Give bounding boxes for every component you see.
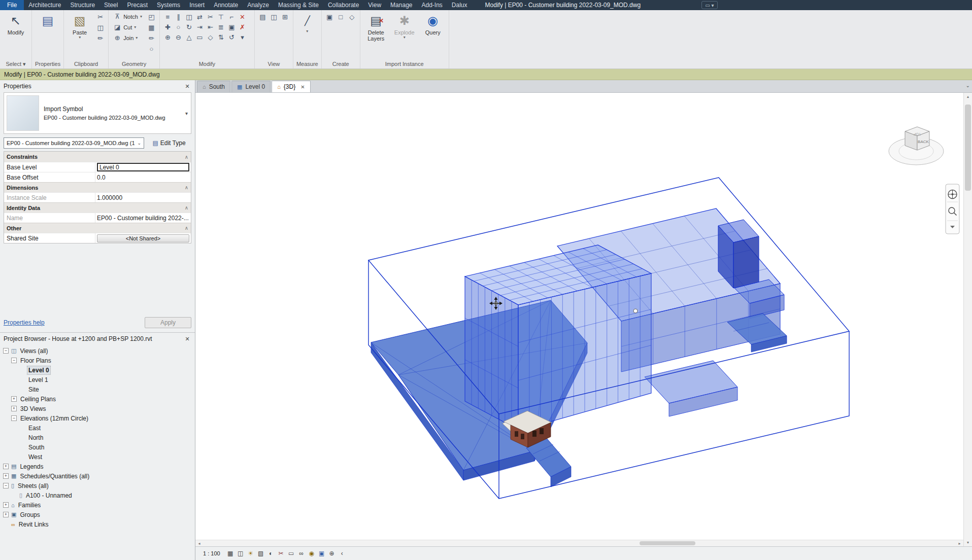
crop-region-control-icon[interactable]: ✂ — [277, 549, 286, 558]
more-modify-tools-icon[interactable]: ▾ — [237, 32, 248, 42]
query-button[interactable]: ◉ Query — [420, 12, 446, 36]
tile-views-icon[interactable]: ⊞ — [280, 12, 290, 22]
paint-icon[interactable]: ✏ — [146, 33, 157, 43]
beam-coping-icon[interactable]: ▦ — [146, 22, 157, 32]
menu-tab-manage[interactable]: Manage — [386, 0, 417, 10]
tree-item-legends[interactable]: +▤Legends — [0, 462, 195, 471]
walkway[interactable] — [526, 438, 571, 487]
close-icon[interactable]: ✕ — [183, 83, 191, 90]
collapse-icon[interactable]: ∧ — [185, 205, 188, 211]
delete-icon[interactable]: ✕ — [237, 12, 248, 22]
tree-item-views-all[interactable]: −◫Views (all) — [0, 346, 195, 356]
collapse-icon[interactable]: ∧ — [185, 225, 188, 231]
tree-item-schedules-quantities-all[interactable]: +▦Schedules/Quantities (all) — [0, 471, 195, 481]
expander-icon[interactable]: − — [3, 348, 9, 354]
menu-tab-systems[interactable]: Systems — [152, 0, 185, 10]
tree-item-3d-views[interactable]: +3D Views — [0, 404, 195, 413]
property-group-dimensions[interactable]: Dimensions∧ — [4, 182, 191, 192]
detail-level-control-icon[interactable]: ▦ — [226, 549, 235, 558]
scroll-right-icon[interactable]: ▸ — [956, 541, 963, 546]
tree-item-floor-plans[interactable]: −Floor Plans — [0, 356, 195, 365]
close-tab-icon[interactable]: ✕ — [300, 84, 305, 90]
thin-lines-icon[interactable]: ▤ — [257, 12, 268, 22]
viewcube[interactable]: TOP BACK — [889, 127, 944, 165]
tree-item-west[interactable]: West — [0, 452, 195, 462]
array-icon[interactable]: ≣ — [216, 22, 226, 32]
menu-tab-steel[interactable]: Steel — [99, 0, 122, 10]
expander-icon[interactable]: − — [11, 358, 17, 363]
align-icon[interactable]: ≡ — [162, 12, 173, 22]
swap-icon[interactable]: ⇅ — [216, 32, 226, 42]
hscroll-thumb[interactable] — [640, 541, 695, 545]
property-value[interactable]: 1.000000 — [95, 193, 191, 202]
panel-label-properties[interactable]: Properties — [32, 59, 63, 68]
tree-item-level-0[interactable]: Level 0 — [0, 365, 195, 375]
drag-point[interactable] — [633, 309, 638, 313]
temporary-hide-control-icon[interactable]: ∞ — [297, 549, 306, 558]
view-tab-level-0[interactable]: ▦Level 0 — [231, 81, 271, 92]
tree-item-sheets-all[interactable]: −▯Sheets (all) — [0, 481, 195, 491]
copy-to-clipboard-icon[interactable]: ◫ — [95, 22, 106, 32]
rendering-control-icon[interactable]: ◐ — [266, 549, 276, 558]
tree-item-groups[interactable]: +▣Groups — [0, 510, 195, 519]
rotate-alt-icon[interactable]: ◇ — [205, 32, 216, 42]
menu-tab-analyze[interactable]: Analyze — [243, 0, 274, 10]
scale-icon[interactable]: ▣ — [226, 22, 237, 32]
match-type-properties-icon[interactable]: ✏ — [95, 33, 106, 43]
tree-item-revit-links[interactable]: ∞Revit Links — [0, 519, 195, 529]
type-selector[interactable]: EP00 - Customer building 2022-03-09_MOD.… — [4, 137, 144, 149]
view-scale-control[interactable]: 1 : 100 — [199, 549, 224, 558]
scroll-down-icon[interactable]: ▾ — [967, 539, 969, 546]
edit-type-button[interactable]: ▤ Edit Type — [147, 137, 191, 149]
menu-tab-add-ins[interactable]: Add-Ins — [417, 0, 447, 10]
vertical-scrollbar[interactable]: ▴ ▾ — [963, 93, 972, 546]
view-tab-south[interactable]: ⌂South — [197, 81, 230, 92]
scale-graphical-icon[interactable]: △ — [184, 32, 194, 42]
tree-item-ceiling-plans[interactable]: +Ceiling Plans — [0, 394, 195, 404]
visual-style-control-icon[interactable]: ◫ — [236, 549, 245, 558]
type-preview-box[interactable]: Import Symbol EP00 - Customer building 2… — [4, 92, 191, 134]
move-icon[interactable]: ✚ — [162, 22, 173, 32]
properties-help-link[interactable]: Properties help — [4, 319, 45, 326]
property-value[interactable]: EP00 - Customer building 2022-... — [95, 213, 191, 223]
cut-geometry-button[interactable]: ◪Cut▾ — [111, 22, 144, 32]
tree-item-a100-unnamed[interactable]: ▯A100 - Unnamed — [0, 491, 195, 500]
model-canvas[interactable]: TOP BACK — [195, 93, 963, 546]
delete-alt-icon[interactable]: ✗ — [237, 22, 248, 32]
menu-tab-massing-site[interactable]: Massing & Site — [274, 0, 323, 10]
demolish-icon[interactable]: ○ — [146, 44, 157, 54]
tree-item-level-1[interactable]: Level 1 — [0, 375, 195, 384]
tree-item-east[interactable]: East — [0, 423, 195, 433]
reveal-hidden-control-icon[interactable]: ◉ — [307, 549, 316, 558]
collapse-icon[interactable]: ∧ — [185, 185, 188, 190]
tree-item-south[interactable]: South — [0, 442, 195, 452]
menu-tab-insert[interactable]: Insert — [185, 0, 209, 10]
panel-label-select[interactable]: Select ▾ — [0, 59, 31, 68]
cut-to-clipboard-icon[interactable]: ✂ — [95, 12, 106, 22]
split-with-gap-icon[interactable]: ⊤ — [216, 12, 226, 22]
shared-site-button[interactable]: <Not Shared> — [97, 234, 189, 242]
mid-block[interactable] — [645, 361, 738, 416]
menu-tab-dalux[interactable]: Dalux — [447, 0, 472, 10]
show-crop-control-icon[interactable]: ▭ — [287, 549, 296, 558]
expander-icon[interactable]: + — [11, 396, 17, 402]
expander-icon[interactable]: − — [11, 415, 17, 421]
unpin-icon[interactable]: ⊖ — [173, 32, 184, 42]
analytical-model-control-icon[interactable]: ▣ — [317, 549, 326, 558]
close-inactive-views-icon[interactable]: ◫ — [269, 12, 279, 22]
join-geometry-button[interactable]: ⊕Join▾ — [111, 33, 144, 43]
property-group-other[interactable]: Other∧ — [4, 223, 191, 233]
split-element-icon[interactable]: ✂ — [205, 12, 216, 22]
create-similar-icon[interactable]: ▣ — [324, 12, 335, 22]
property-value[interactable]: <Not Shared> — [95, 233, 191, 243]
tree-item-north[interactable]: North — [0, 433, 195, 442]
property-group-constraints[interactable]: Constraints∧ — [4, 152, 191, 162]
tab-overflow-icon[interactable]: ⌄ — [966, 83, 970, 88]
delete-layers-button[interactable]: ▤ ✕ Delete Layers — [363, 12, 389, 42]
copy-geometry-icon[interactable]: ◰ — [146, 12, 157, 22]
property-value-field[interactable]: Level 0 — [97, 163, 189, 171]
tower-block[interactable] — [718, 220, 759, 288]
rotate-center-icon[interactable]: ○ — [173, 22, 184, 32]
vscroll-thumb[interactable] — [965, 104, 971, 191]
menu-tab-precast[interactable]: Precast — [122, 0, 152, 10]
